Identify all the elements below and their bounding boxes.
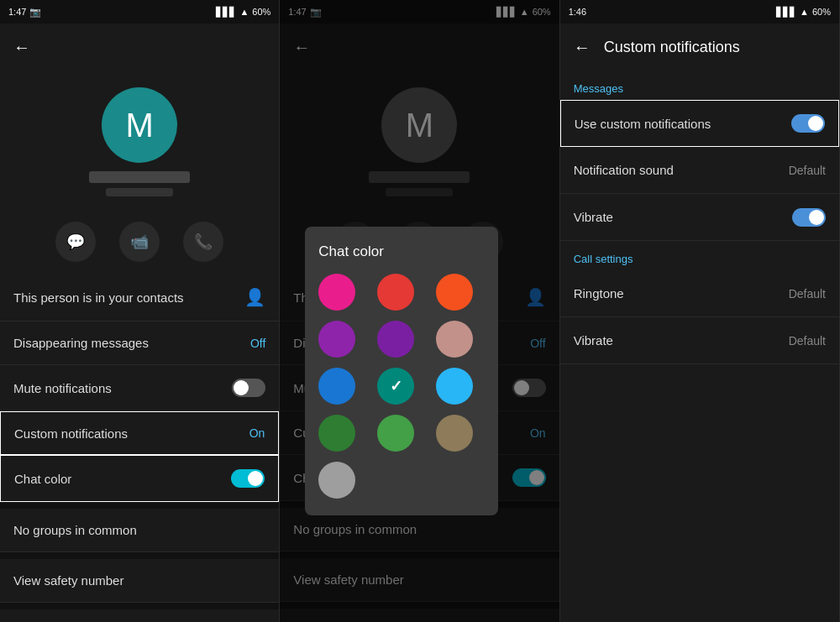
action-row-1: 💬 📹 📞 (0, 210, 279, 274)
disappearing-value: Off (250, 337, 265, 350)
contacts-icon: 👤 (244, 287, 265, 307)
camera-icon-1: 📷 (29, 7, 41, 18)
avatar-1: M (102, 87, 177, 163)
signal-icon-3: ▋▋▋ (776, 7, 796, 18)
name-bar-1 (89, 171, 190, 183)
vibrate-label-2: Vibrate (574, 333, 613, 348)
contacts-item[interactable]: This person is in your contacts 👤 (0, 274, 279, 321)
vibrate-value-2: Default (789, 334, 826, 348)
chat-color-popup: Chat color (305, 227, 498, 515)
block-item[interactable]: Block (0, 609, 279, 622)
ringtone-value: Default (789, 287, 826, 301)
color-pink[interactable] (318, 274, 355, 311)
back-button-1[interactable]: ← (13, 38, 30, 57)
chat-color-label: Chat color (14, 472, 71, 486)
color-green-dark[interactable] (318, 415, 355, 452)
vibrate-label-1: Vibrate (574, 210, 613, 224)
notif-sound-label: Notification sound (574, 163, 674, 177)
status-bar-small-1 (106, 188, 173, 196)
chat-button-1[interactable]: 💬 (55, 222, 96, 262)
use-custom-notif-label: Use custom notifications (575, 117, 711, 131)
color-blue[interactable] (318, 368, 355, 405)
mute-toggle[interactable] (232, 379, 265, 397)
chat-color-item[interactable]: Chat color (0, 455, 279, 502)
call-button-1[interactable]: 📞 (183, 222, 223, 262)
battery-3: 60% (812, 7, 831, 17)
section-call-label: Call settings (560, 241, 839, 270)
vibrate-item-1[interactable]: Vibrate (560, 194, 839, 241)
battery-1: 60% (252, 7, 270, 17)
contacts-label: This person is in your contacts (13, 290, 184, 305)
page-title-3: Custom notifications (604, 39, 740, 56)
panel-contact-info: 1:47 📷 ▋▋▋ ▲ 60% ← M 💬 📹 📞 This person i… (0, 0, 280, 622)
video-button-1[interactable]: 📹 (119, 222, 160, 262)
panel-custom-notifications: 1:46 ▋▋▋ ▲ 60% ← Custom notifications Me… (560, 0, 840, 622)
no-groups-item: No groups in common (0, 509, 279, 552)
ringtone-item[interactable]: Ringtone Default (560, 270, 839, 317)
vibrate-item-2[interactable]: Vibrate Default (560, 317, 839, 364)
chat-color-dialog-title: Chat color (318, 243, 485, 260)
custom-notif-item[interactable]: Custom notifications On (0, 411, 279, 455)
color-red[interactable] (377, 274, 414, 311)
color-teal[interactable] (377, 368, 414, 405)
panel-chat-color: 1:47 📷 ▋▋▋ ▲ 60% ← M 💬 📹 📞 This perso...… (280, 0, 559, 622)
wifi-icon-1: ▲ (239, 7, 249, 17)
disappearing-item[interactable]: Disappearing messages Off (0, 321, 279, 365)
safety-number-item[interactable]: View safety number (0, 559, 279, 603)
color-orange[interactable] (436, 274, 473, 311)
color-purple[interactable] (377, 321, 414, 358)
chat-color-toggle[interactable] (231, 469, 265, 488)
status-bar-3: 1:46 ▋▋▋ ▲ 60% (560, 0, 839, 24)
header-1: ← (0, 24, 279, 71)
mute-label: Mute notifications (13, 381, 112, 395)
mute-item[interactable]: Mute notifications (0, 365, 279, 411)
header-3: ← Custom notifications (560, 24, 839, 71)
color-green[interactable] (377, 415, 414, 452)
divider-3 (0, 603, 279, 609)
status-icons-1: ▋▋▋ ▲ 60% (216, 7, 270, 18)
color-grey[interactable] (318, 462, 355, 499)
wifi-icon-3: ▲ (800, 7, 809, 17)
divider-2 (0, 552, 279, 559)
vibrate-toggle-1[interactable] (792, 208, 826, 227)
time-3: 1:46 (569, 7, 586, 17)
color-lightblue[interactable] (436, 368, 473, 405)
custom-notif-label: Custom notifications (14, 426, 128, 441)
color-purple-dark[interactable] (318, 321, 355, 358)
time-1: 1:47 (8, 7, 26, 17)
notif-sound-value: Default (789, 164, 826, 177)
back-button-3[interactable]: ← (574, 38, 591, 57)
no-groups-label: No groups in common (13, 523, 137, 537)
custom-notif-value: On (249, 426, 265, 440)
section-messages-label: Messages (560, 71, 839, 100)
safety-number-label: View safety number (13, 573, 123, 588)
use-custom-notif-item[interactable]: Use custom notifications (560, 100, 839, 147)
color-brown[interactable] (436, 415, 473, 452)
color-grid (318, 274, 485, 499)
color-rose[interactable] (436, 321, 473, 358)
avatar-section-1: M (0, 71, 279, 210)
ringtone-label: Ringtone (574, 286, 624, 301)
settings-list-1: This person is in your contacts 👤 Disapp… (0, 274, 279, 622)
signal-icon-1: ▋▋▋ (216, 7, 236, 18)
use-custom-notif-toggle[interactable] (791, 114, 825, 133)
notif-sound-item[interactable]: Notification sound Default (560, 147, 839, 194)
status-bar-1: 1:47 📷 ▋▋▋ ▲ 60% (0, 0, 279, 24)
status-time-1: 1:47 📷 (8, 7, 41, 18)
divider-1 (0, 502, 279, 509)
disappearing-label: Disappearing messages (13, 336, 149, 350)
